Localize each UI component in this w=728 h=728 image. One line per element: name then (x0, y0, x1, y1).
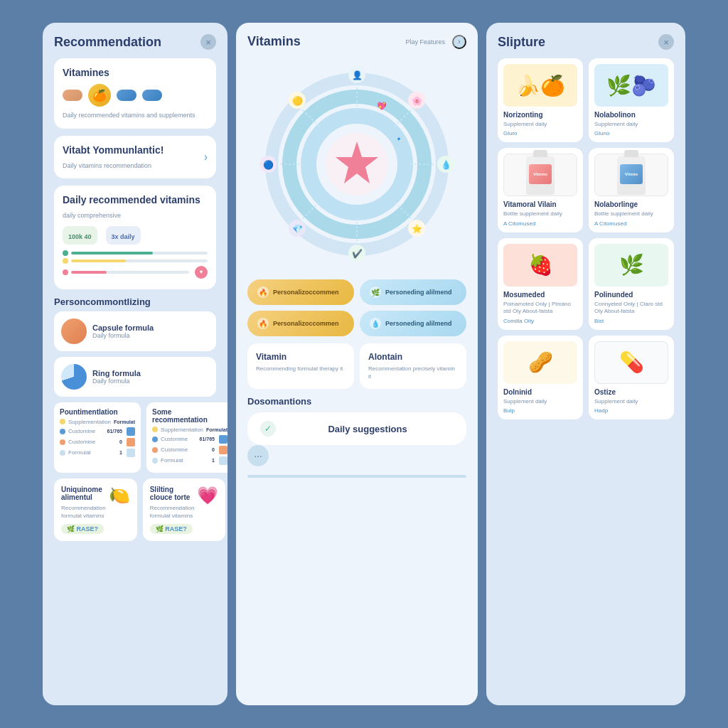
action-btn-4-icon: 💧 (370, 318, 381, 329)
bottle-label-blue: Vlimto (620, 164, 643, 184)
action-btn-3-label: Personalizoccommen (273, 320, 339, 327)
bottom-card-1-icon: 🍋 (109, 486, 130, 505)
svg-text:💧: 💧 (441, 159, 451, 170)
center-nav-text: Play Features (405, 38, 445, 46)
right-card-8-title: Ostize (594, 388, 668, 396)
dots-button[interactable]: ··· (247, 445, 269, 466)
action-btn-1-icon: 🔥 (257, 287, 269, 298)
table-1-row-3: Customine 0 (60, 438, 135, 446)
rec-card-2-content: Ring formula Daily formula (92, 369, 141, 385)
svg-text:👤: 👤 (352, 70, 363, 80)
table-2-row-2: Customine 61/765 (152, 435, 228, 444)
rec-card-2[interactable]: Ring formula Daily formula (54, 357, 216, 397)
table-card-1-title: Pountimentlation (60, 408, 135, 416)
dosomantions-title: Dosomantions (247, 396, 466, 407)
stat-amount: 100k 40 (63, 226, 97, 245)
right-card-7-tag: Bulp (503, 407, 577, 414)
vitamin-boxes: Vitamin Recommending formulat therapy it… (247, 343, 466, 389)
fruit-orange: 🍊 (88, 84, 111, 107)
t2r2-badge (219, 435, 228, 444)
table-1-rows: Supplementation Formulat Customine 61/76… (60, 419, 135, 457)
t2r2-dot (152, 437, 158, 442)
bottle-label-red-text: Vlimito (533, 172, 547, 176)
t1r2-badge (127, 427, 135, 436)
right-card-2[interactable]: 🌿🫐 Nolabolinon Supplement daily Gluno (589, 58, 674, 142)
left-close-button[interactable]: × (200, 34, 216, 50)
rec-card-1[interactable]: Capsule formula Daily formula (54, 311, 216, 351)
svg-text:🌸: 🌸 (412, 95, 422, 106)
tables-row: Pountimentlation Supplementation Formula… (54, 402, 216, 473)
svg-text:💎: 💎 (292, 223, 303, 234)
svg-text:⭐: ⭐ (412, 223, 422, 234)
right-close-button[interactable]: × (658, 34, 674, 50)
table-1-row-2: Customine 61/765 (60, 427, 135, 436)
vitamin-box-1-title: Vitamin (256, 352, 346, 362)
action-btn-1[interactable]: 🔥 Personalizoccommen (247, 279, 354, 305)
t2r4-value: 1 (212, 458, 215, 463)
action-btn-4[interactable]: 💧 Personeding alilmend (360, 311, 466, 336)
vitamin-box-1[interactable]: Vitamin Recommending formulat therapy it (247, 343, 354, 389)
right-card-1-tag: Gluro (503, 130, 577, 136)
progress-fill-1 (71, 252, 153, 255)
wheel-container: 👤 🌸 💧 ⭐ ✔️ 💎 🔵 🟡 💖 🔹 (247, 58, 466, 271)
right-card-5-img: 🍓 (503, 244, 577, 287)
heart-icon: ♥ (195, 266, 208, 279)
t1r4-dot (60, 450, 65, 456)
vita-card[interactable]: Vitabt Yommunlantic! Daily vitamins reco… (54, 136, 216, 179)
action-btn-3[interactable]: 🔥 Personalizoccommen (247, 311, 354, 336)
vita-card-title: Vitabt Yommunlantic! (63, 144, 164, 156)
table-card-2-title: Some recommentation (152, 408, 228, 424)
action-buttons: 🔥 Personalizoccommen 🌿 Personeding alilm… (247, 279, 466, 336)
t2r3-dot (152, 447, 158, 453)
t2r3-label: Customine (161, 446, 188, 453)
progress-dot-green (63, 250, 68, 256)
bottom-card-1[interactable]: Uniquinome alimentul Recommendation form… (54, 478, 137, 541)
right-card-6[interactable]: 🌿 Polinunded Connyeted Only | Claro std … (589, 238, 674, 330)
center-panel-title: Vitamins (247, 34, 301, 49)
right-card-1-img: 🍌🍊 (503, 64, 577, 107)
center-panel-header: Vitamins Play Features › (247, 34, 466, 49)
stat-period: 3x daily (106, 226, 141, 245)
table-card-2: Some recommentation Supplementation Form… (146, 402, 228, 473)
bottom-card-2[interactable]: Slilting clouce torte Recommendation for… (143, 478, 226, 541)
table-2-rows: Supplementation Formulat Customine 61/76… (152, 427, 228, 465)
right-card-8[interactable]: 💊 Ostize Supplement daily Hadp (589, 336, 674, 419)
pill-orange (63, 90, 82, 101)
right-card-4-title: Nolaborlinge (594, 200, 668, 208)
bottle-label-blue-text: Vlimto (625, 172, 638, 176)
table-1-row-4: Formulat 1 (60, 449, 135, 457)
rec-card-1-desc: Daily formula (92, 332, 154, 339)
t1r4-value: 1 (119, 450, 122, 455)
bottom-card-1-text: Recommendation formulat vitamins (61, 504, 106, 520)
progress-bar-1 (71, 252, 208, 255)
t2r3-value: 0 (212, 447, 215, 452)
center-panel: Vitamins Play Features › (236, 23, 478, 705)
vitamin-box-2[interactable]: Alontain Recommentation precisely vitami… (360, 343, 466, 389)
right-card-1[interactable]: 🍌🍊 Norizonting Supplement daily Gluro (498, 58, 583, 142)
right-card-5-title: Mosumeded (503, 291, 577, 299)
progress-row-3: ♥ (63, 266, 208, 279)
rec-icon-capsule (61, 318, 87, 344)
right-card-2-tag: Gluno (594, 130, 668, 136)
wheel-svg: 👤 🌸 💧 ⭐ ✔️ 💎 🔵 🟡 💖 🔹 (257, 65, 456, 264)
t1r1-value: Formulat (114, 419, 135, 424)
right-card-5[interactable]: 🍓 Mosumeded Poinamoted Only | Pimano std… (498, 238, 583, 330)
daily-suggestion-button[interactable]: ✓ Daily suggestions (247, 412, 466, 445)
right-card-7[interactable]: 🥜 Dolninid Supplement daily Bulp (498, 336, 583, 419)
right-card-3[interactable]: Vlimito Vitamoral Vilain Bottle suppleme… (498, 148, 583, 232)
right-card-6-tag: Bist (594, 318, 668, 324)
progress-row-1 (63, 250, 208, 256)
svg-text:🔹: 🔹 (394, 134, 404, 144)
action-btn-2[interactable]: 🌿 Personeding alilmend (360, 279, 466, 305)
right-card-7-title: Dolninid (503, 388, 577, 396)
center-nav-area: Play Features › (405, 35, 466, 49)
right-card-1-title: Norizonting (503, 111, 577, 119)
center-nav-arrow[interactable]: › (452, 35, 466, 49)
right-card-8-img: 💊 (594, 341, 668, 384)
right-card-3-tag: A Citomused (503, 220, 577, 227)
bottom-card-2-title: Slilting clouce torte (150, 486, 195, 501)
right-card-4[interactable]: Vlimto Nolaborlinge Bottle supplement da… (589, 148, 674, 232)
t1r2-label: Customine (68, 428, 95, 434)
action-btn-2-icon: 🌿 (370, 287, 381, 298)
progress-fill-3 (71, 271, 107, 274)
